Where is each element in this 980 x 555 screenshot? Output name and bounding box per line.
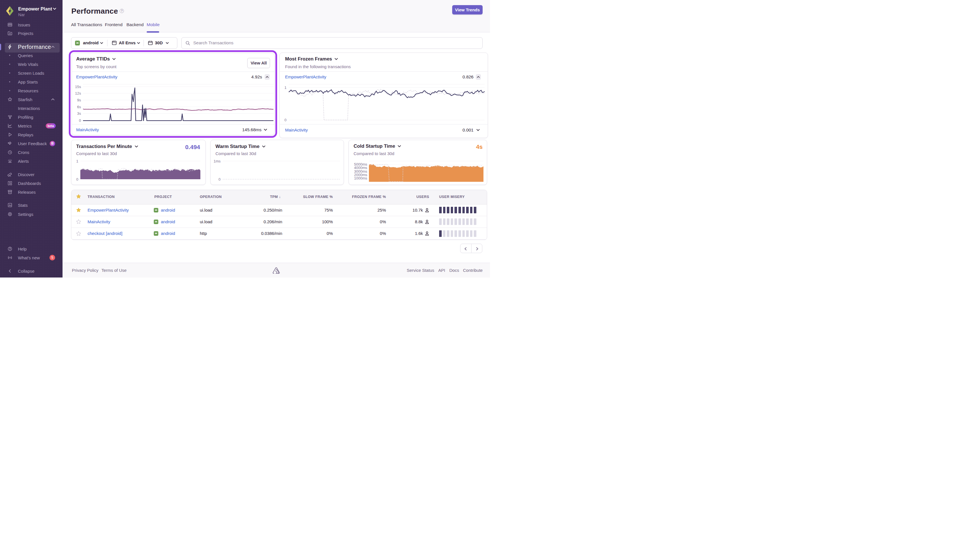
svg-text:15s: 15s	[75, 85, 81, 89]
svg-text:1: 1	[284, 85, 286, 90]
svg-text:1: 1	[76, 159, 78, 163]
svg-text:0: 0	[79, 119, 81, 123]
svg-text:12s: 12s	[75, 91, 81, 95]
svg-text:0: 0	[218, 177, 220, 181]
svg-text:3s: 3s	[77, 111, 81, 115]
svg-text:0: 0	[284, 118, 286, 122]
svg-text:1000ms: 1000ms	[354, 176, 368, 180]
svg-text:9s: 9s	[77, 98, 81, 102]
svg-text:6s: 6s	[77, 105, 81, 109]
svg-text:1ms: 1ms	[214, 159, 220, 163]
svg-text:0: 0	[76, 177, 78, 181]
